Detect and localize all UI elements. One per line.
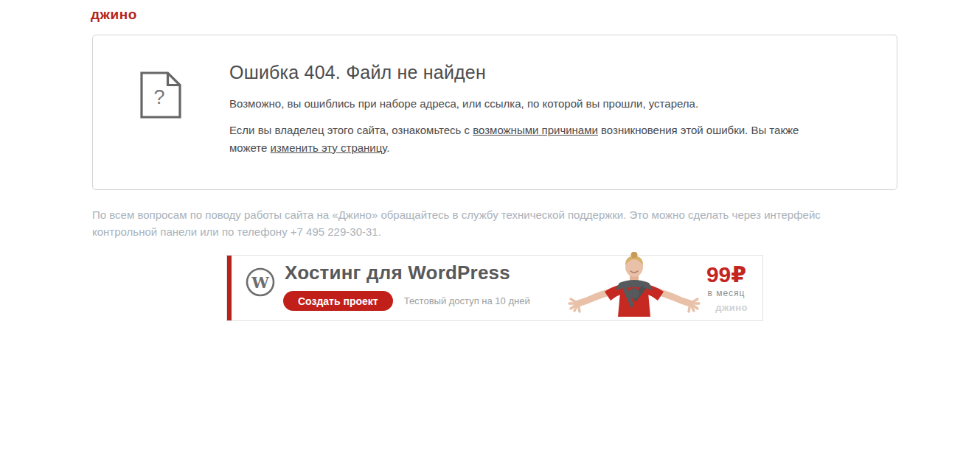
banner-cta-row: Создать проект Тестовый доступ на 10 дне… — [283, 291, 530, 311]
banner-jino-brand: джино — [715, 302, 748, 313]
trial-access-text: Тестовый доступ на 10 дней — [404, 295, 530, 306]
wordpress-logo-icon: W — [246, 267, 275, 300]
svg-text:W: W — [251, 273, 269, 292]
woman-spreading-arms-photo — [568, 252, 701, 320]
error-box: ? Ошибка 404. Файл не найден Возможно, в… — [92, 35, 897, 190]
create-project-button[interactable]: Создать проект — [283, 291, 393, 311]
error-title: Ошибка 404. Файл не найден — [229, 62, 830, 83]
price-block: 99₽ в месяц — [703, 263, 750, 298]
banner-title: Хостинг для WordPress — [285, 261, 510, 284]
svg-text:?: ? — [153, 86, 164, 108]
error-content: Ошибка 404. Файл не найден Возможно, вы … — [229, 62, 830, 156]
error-message: Возможно, вы ошиблись при наборе адреса,… — [229, 95, 830, 112]
jino-logo[interactable]: джино — [91, 7, 137, 23]
banner-red-bar — [227, 256, 232, 320]
owner-note-text: Если вы владелец этого сайта, ознакомьте… — [229, 124, 473, 136]
possible-causes-link[interactable]: возможными причинами — [473, 124, 598, 136]
price-period: в месяц — [703, 288, 750, 298]
price-amount: 99₽ — [703, 263, 750, 287]
edit-page-link[interactable]: изменить эту страницу — [271, 141, 387, 154]
error-owner-note: Если вы владелец этого сайта, ознакомьте… — [229, 122, 830, 156]
error-404-page: джино ? Ошибка 404. Файл не найден Возмо… — [0, 0, 980, 453]
ruble-sign: ₽ — [731, 262, 746, 287]
owner-note-text: . — [386, 141, 389, 154]
support-note: По всем вопросам по поводу работы сайта … — [92, 207, 865, 240]
wordpress-hosting-banner[interactable]: W Хостинг для WordPress Создать проект Т… — [226, 255, 763, 321]
document-question-icon: ? — [140, 71, 181, 122]
